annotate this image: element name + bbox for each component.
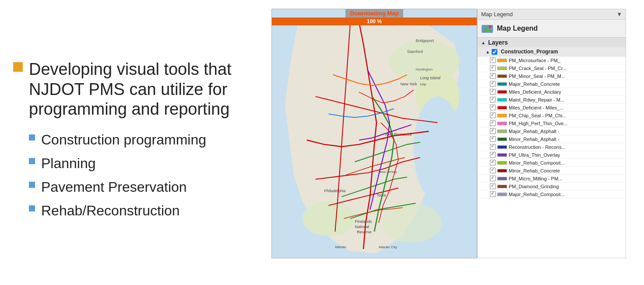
layer-label: PM_Diamond_Grinding — [509, 184, 559, 189]
layer-item-minor-rehab-composite: Minor_Rehab_Composit... — [478, 159, 626, 167]
layer-label: Miles_Deficient_Ancilary — [509, 89, 561, 95]
layer-color-swatch — [497, 59, 507, 62]
layer-item-minor-rehab-asphalt: Minor_Rehab_Asphalt - — [478, 135, 626, 143]
layers-header[interactable]: ▲ Layers — [478, 38, 626, 47]
sub-bullet-text: Construction programming — [41, 131, 206, 148]
sub-bullet-icon — [29, 158, 35, 164]
left-panel: Developing visual tools that NJDOT PMS c… — [0, 0, 271, 285]
sub-bullet-construction: Construction programming — [29, 131, 254, 148]
layer-checkbox[interactable] — [490, 191, 496, 197]
sub-bullet-text: Planning — [41, 155, 96, 172]
layer-checkbox[interactable] — [490, 97, 496, 102]
layer-checkbox[interactable] — [490, 57, 496, 63]
layer-checkbox[interactable] — [490, 65, 496, 71]
sub-bullet-rehab: Rehab/Reconstruction — [29, 202, 254, 219]
layer-color-swatch — [497, 122, 507, 125]
sub-bullet-text: Rehab/Reconstruction — [41, 202, 180, 219]
svg-text:Toms: Toms — [377, 193, 386, 197]
svg-point-6 — [414, 96, 462, 201]
layer-label: PM_Chip_Seal - PM_Chi... — [509, 113, 566, 118]
layer-label: PM_Microsurface - PM_ — [509, 58, 560, 63]
layer-label: PM_High_Perf_Thin_Ove... — [509, 121, 568, 126]
layer-item-pm-micro-milling: PM_Micro_Milling - PM... — [478, 175, 626, 183]
layer-item-pm-diamond-grinding: PM_Diamond_Grinding — [478, 183, 626, 190]
layer-label: PM_Minor_Seal - PM_M... — [509, 74, 565, 79]
layer-label: Maint_Rdwy_Repair - M... — [509, 97, 564, 102]
layer-item-reconstruction: Reconstruction - Recons... — [478, 143, 626, 151]
layer-group-header[interactable]: ▲ Construction_Program — [478, 47, 626, 56]
layer-checkbox[interactable] — [490, 152, 496, 158]
group-collapse-icon[interactable]: ▲ — [486, 49, 490, 54]
svg-text:Bridgeport: Bridgeport — [416, 39, 434, 43]
layer-label: Reconstruction - Recons... — [509, 144, 566, 150]
svg-text:Long Island: Long Island — [420, 76, 441, 80]
layer-label: Minor_Rehab_Composit... — [509, 160, 565, 165]
layer-checkbox[interactable] — [490, 81, 496, 87]
layer-item-major-rehab-asphalt: Major_Rehab_Asphalt - — [478, 127, 626, 135]
layer-color-swatch — [497, 90, 507, 94]
legend-header: Map Legend — [478, 20, 626, 38]
layers-section[interactable]: ▲ Layers ▲ Construction_Program PM_Micro… — [478, 38, 626, 258]
map-progress-text: 100 % — [272, 18, 477, 25]
layer-color-swatch — [497, 98, 507, 102]
layer-checkbox[interactable] — [490, 128, 496, 134]
layer-checkbox[interactable] — [490, 113, 496, 118]
layer-color-swatch — [497, 145, 507, 149]
layer-label: Minor_Rehab_Concrete — [509, 168, 560, 173]
layer-item-pm-microsurface: PM_Microsurface - PM_ — [478, 56, 626, 64]
sub-bullet-planning: Planning — [29, 155, 254, 172]
layer-label: Major_Rehab_Composit... — [509, 192, 565, 197]
layer-item-major-rehab-concrete: Major_Rehab_Concrete — [478, 80, 626, 88]
sub-bullet-pavement: Pavement Preservation — [29, 178, 254, 196]
layer-label: Major_Rehab_Concrete — [509, 81, 560, 87]
group-checkbox[interactable] — [492, 49, 497, 55]
svg-text:Huntington: Huntington — [416, 67, 433, 71]
layer-checkbox[interactable] — [490, 89, 496, 95]
layer-checkbox[interactable] — [490, 144, 496, 150]
layer-color-swatch — [497, 153, 507, 157]
main-bullet: Developing visual tools that NJDOT PMS c… — [13, 60, 254, 120]
layer-color-swatch — [497, 74, 507, 78]
sub-bullet-text: Pavement Preservation — [41, 178, 187, 196]
map-download-label: Downloading Map — [345, 9, 403, 18]
layer-label: Miles_Deficient - Miles_... — [509, 105, 563, 110]
svg-text:Islip: Islip — [420, 82, 427, 86]
svg-text:Millville: Millville — [335, 245, 346, 249]
layer-label: Minor_Rehab_Asphalt - — [509, 137, 560, 142]
layer-item-minor-rehab-concrete: Minor_Rehab_Concrete — [478, 167, 626, 175]
layer-label: PM_Micro_Milling - PM... — [509, 176, 562, 181]
layer-color-swatch — [497, 185, 507, 188]
layer-checkbox[interactable] — [490, 183, 496, 189]
legend-dropdown-arrow[interactable]: ▼ — [616, 11, 622, 18]
layers-collapse-icon[interactable]: ▲ — [481, 40, 486, 45]
right-panel: Downloading Map 100 % Bridgeport Stamfor… — [271, 0, 644, 285]
layer-color-swatch — [497, 161, 507, 165]
layer-checkbox[interactable] — [490, 160, 496, 165]
layer-checkbox[interactable] — [490, 136, 496, 142]
layer-color-swatch — [497, 137, 507, 141]
svg-point-4 — [303, 201, 355, 236]
layer-color-swatch — [497, 177, 507, 180]
layer-item-pm-crack-seal: PM_Crack_Seal - PM_Cr... — [478, 64, 626, 72]
layer-checkbox[interactable] — [490, 120, 496, 126]
layer-item-miles-deficient: Miles_Deficient - Miles_... — [478, 104, 626, 112]
layer-item-pm-high-perf: PM_High_Perf_Thin_Ove... — [478, 120, 626, 127]
layer-color-swatch — [497, 130, 507, 133]
layer-checkbox[interactable] — [490, 73, 496, 79]
layer-color-swatch — [497, 67, 507, 70]
layer-checkbox[interactable] — [490, 105, 496, 110]
layer-item-maint-rdwy-repair: Maint_Rdwy_Repair - M... — [478, 96, 626, 104]
main-bullet-icon — [13, 62, 23, 72]
legend-header-label: Map Legend — [497, 25, 538, 32]
layer-items-container: PM_Microsurface - PM_ PM_Crack_Seal - PM… — [478, 56, 626, 198]
group-label: Construction_Program — [501, 49, 558, 55]
map-container: Downloading Map 100 % Bridgeport Stamfor… — [271, 9, 477, 258]
map-svg: Bridgeport Stamford Huntington Long Isla… — [272, 9, 477, 258]
layer-item-pm-minor-seal: PM_Minor_Seal - PM_M... — [478, 72, 626, 80]
layer-color-swatch — [497, 82, 507, 86]
layer-label: PM_Ultra_Thin_Overlay — [509, 152, 560, 158]
layer-color-swatch — [497, 114, 507, 117]
layer-checkbox[interactable] — [490, 168, 496, 173]
svg-text:Pinelands: Pinelands — [355, 219, 372, 224]
layer-checkbox[interactable] — [490, 176, 496, 181]
